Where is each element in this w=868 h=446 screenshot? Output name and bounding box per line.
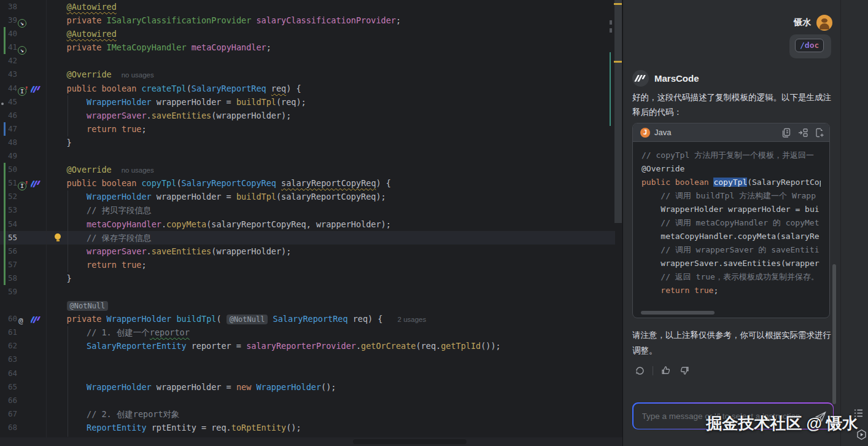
editor-scrollbar-thumb[interactable] xyxy=(614,0,622,223)
code-line[interactable]: 54 metaCopyHandler.copyMeta(salaryReport… xyxy=(0,217,615,231)
chat-scrollbar-thumb[interactable] xyxy=(832,264,836,404)
copy-icon[interactable] xyxy=(780,127,791,138)
code-line[interactable]: 60@ private WrapperHolder buildTpl( @Not… xyxy=(0,312,615,326)
vcs-change-marker xyxy=(4,231,6,245)
marscode-gutter-icon[interactable] xyxy=(31,85,41,93)
code-line[interactable]: 62 SalaryReporterEntity reporter = salar… xyxy=(0,339,615,353)
code-block-line: metaCopyHandler.copyMeta(salaryRe xyxy=(641,230,821,243)
insert-at-cursor-icon[interactable] xyxy=(797,127,808,138)
code-block-hscrollbar-thumb[interactable] xyxy=(641,311,715,315)
usages-hint[interactable]: 2 usages xyxy=(398,316,427,323)
warning-stripe-mark[interactable] xyxy=(614,61,622,63)
code-line[interactable]: 50 @Overrideno usages xyxy=(0,163,615,176)
watermark-text: 掘金技术社区 @ 慑水 xyxy=(706,413,858,434)
code-line[interactable]: 64 xyxy=(0,367,615,380)
code-line[interactable]: 45 WrapperHolder wrapperHolder = buildTp… xyxy=(0,95,615,109)
line-number: 59 xyxy=(8,285,17,299)
indent-guide xyxy=(68,326,68,437)
marscode-gutter-icon[interactable] xyxy=(31,315,41,323)
code-block-line: // 调用 metaCopyHandler 的 copyMet xyxy=(641,216,821,230)
line-number: 38 xyxy=(8,0,17,14)
line-number: 55 xyxy=(8,231,17,245)
code-line[interactable]: 51I↑ public boolean copyTpl(SalaryReport… xyxy=(0,176,615,190)
line-number: 58 xyxy=(8,272,17,285)
line-number: 39 xyxy=(8,14,17,27)
action-divider xyxy=(653,366,653,375)
vcs-change-marker xyxy=(4,258,6,272)
line-number: 43 xyxy=(8,68,17,81)
vcs-change-marker xyxy=(4,27,6,41)
code-line[interactable]: 67 // 2. 创建report对象 xyxy=(0,407,615,421)
code-line[interactable]: 40 @Autowired xyxy=(0,27,615,41)
line-number: 68 xyxy=(8,421,17,434)
code-block-line: public boolean copyTpl(SalaryReportCopyR… xyxy=(641,176,821,189)
code-line[interactable]: 39↘ private ISalaryClassificationProvide… xyxy=(0,14,615,27)
changed-lines-stripe xyxy=(610,52,611,126)
user-avatar[interactable] xyxy=(816,15,832,31)
usages-hint[interactable]: no usages xyxy=(122,166,154,174)
annotation-gutter-icon[interactable]: @ xyxy=(18,313,23,327)
code-line[interactable]: 38 @Autowired xyxy=(0,0,615,14)
code-line[interactable]: 65 WrapperHolder wrapperHolder = new Wra… xyxy=(0,380,615,394)
gutter-dot xyxy=(1,103,4,105)
code-line[interactable]: 63 xyxy=(0,353,615,366)
marscode-logo-icon xyxy=(632,70,649,87)
code-line[interactable]: 58 } xyxy=(0,272,615,285)
slash-command-chip[interactable]: /doc xyxy=(795,39,824,52)
regenerate-icon[interactable] xyxy=(635,366,645,376)
code-line[interactable]: 55 // 保存字段信息 xyxy=(0,231,615,245)
line-number: 57 xyxy=(8,258,17,272)
line-number: 51 xyxy=(8,176,17,190)
stripe-mark xyxy=(610,20,612,25)
code-line[interactable]: 59 xyxy=(0,285,615,299)
line-number: 60 xyxy=(8,312,17,326)
line-number: 65 xyxy=(8,380,17,394)
code-block-body[interactable]: // copyTpl 方法用于复制一个模板，并返回一@Overridepubli… xyxy=(633,142,829,297)
line-number: 44 xyxy=(8,82,17,95)
line-number: 52 xyxy=(8,190,17,203)
line-number: 40 xyxy=(8,27,17,41)
thumbs-down-icon[interactable] xyxy=(679,365,690,376)
message-action-bar xyxy=(635,364,690,377)
assistant-name: MarsCode xyxy=(654,73,699,84)
gutter-separator xyxy=(46,0,47,437)
code-line[interactable]: 52 WrapperHolder wrapperHolder = buildTp… xyxy=(0,190,615,203)
code-block-line: @Override xyxy=(641,162,821,176)
line-number: 45 xyxy=(8,95,17,109)
code-line[interactable]: 44I↑ public boolean createTpl(SalaryRepo… xyxy=(0,82,615,95)
code-editor[interactable]: 38 @Autowired39↘ private ISalaryClassifi… xyxy=(0,0,622,446)
code-line[interactable]: 48 } xyxy=(0,136,615,149)
code-line[interactable]: 41↘ private IMetaCopyHandler metaCopyHan… xyxy=(0,41,615,54)
line-number: 54 xyxy=(8,217,17,231)
code-line[interactable]: 68 ReportEntity rptEntity = req.toRptEnt… xyxy=(0,421,615,434)
code-block-line: wrapperSaver.saveEntities(wrapper xyxy=(641,257,821,270)
code-line[interactable]: 57 return true; xyxy=(0,258,615,272)
code-line[interactable]: 66 xyxy=(0,394,615,407)
code-line[interactable]: 43 @Overrideno usages xyxy=(0,68,615,81)
code-block-line: // copyTpl 方法用于复制一个模板，并返回一 xyxy=(641,149,821,162)
code-line[interactable]: 49 xyxy=(0,149,615,163)
code-line[interactable]: 53 // 拷贝字段信息 xyxy=(0,203,615,217)
vcs-change-marker xyxy=(4,217,6,231)
code-line[interactable]: 47 return true; xyxy=(0,122,615,136)
line-number: 48 xyxy=(8,136,17,149)
thumbs-up-icon[interactable] xyxy=(661,365,672,376)
marscode-gutter-icon[interactable] xyxy=(31,179,41,187)
code-line[interactable]: 61 // 1. 创建一个reportor xyxy=(0,326,615,339)
line-number: 64 xyxy=(8,367,17,380)
user-name: 慑水 xyxy=(780,17,811,28)
line-number: 53 xyxy=(8,203,17,217)
usages-hint[interactable]: no usages xyxy=(122,71,154,79)
inlay-hint-line[interactable]: @NotNull xyxy=(0,299,615,312)
stripe-mark xyxy=(610,28,612,33)
code-line[interactable]: 42 xyxy=(0,54,615,68)
warning-stripe-mark[interactable] xyxy=(614,3,622,5)
assistant-intro-text: 好的，这段代码描述了复制模板的逻辑。以下是生成注释后的代码： xyxy=(632,90,836,120)
line-number: 62 xyxy=(8,339,17,353)
create-new-file-icon[interactable] xyxy=(814,127,825,138)
editor-horizontal-scrollbar[interactable] xyxy=(0,437,622,446)
horizontal-scrollbar-thumb[interactable] xyxy=(353,439,467,444)
line-number: 63 xyxy=(8,353,17,366)
code-line[interactable]: 56 wrapperSaver.saveEntities(wrapperHold… xyxy=(0,245,615,258)
code-line[interactable]: 46 wrapperSaver.saveEntities(wrapperHold… xyxy=(0,109,615,122)
